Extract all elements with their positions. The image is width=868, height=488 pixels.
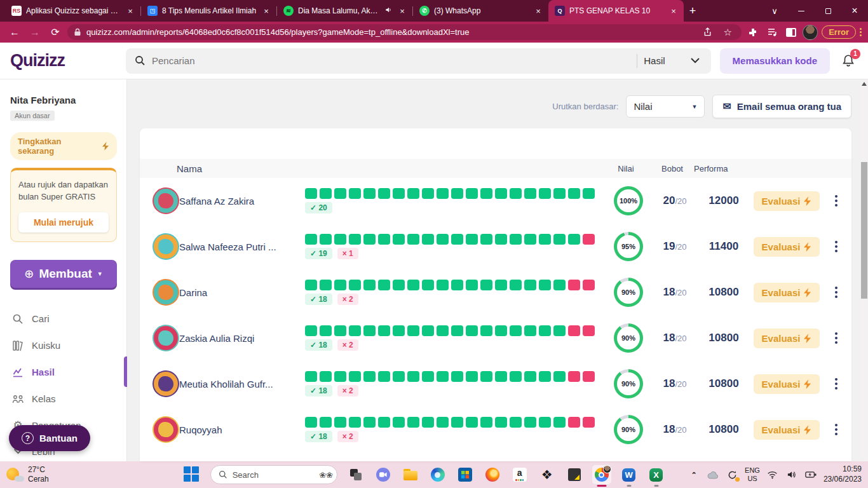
firefox-icon[interactable] — [483, 465, 502, 484]
enter-code-button[interactable]: Memasukkan kode — [720, 48, 830, 74]
sidebar-item-kelas[interactable]: Kelas — [10, 386, 118, 412]
player-avatar[interactable] — [153, 187, 179, 214]
tab-close-icon[interactable]: × — [533, 6, 543, 16]
amazon-icon[interactable]: a — [510, 465, 529, 484]
row-menu-kebab-icon[interactable] — [835, 424, 837, 435]
player-avatar[interactable] — [153, 370, 179, 397]
player-name[interactable]: Saffana Az Zakira — [179, 196, 305, 207]
player-avatar[interactable] — [153, 233, 179, 260]
address-bar[interactable]: quizizz.com/admin/reports/64068ed0c6cf8c… — [67, 24, 742, 40]
chat-icon[interactable] — [374, 465, 393, 484]
minimize-button[interactable] — [788, 0, 815, 22]
scrollbar-thumb[interactable] — [861, 162, 867, 299]
browser-tab[interactable]: ≋Dia Masa Lalumu, Aku M× — [277, 0, 412, 22]
tab-audio-icon[interactable] — [385, 6, 393, 15]
help-button[interactable]: ? Bantuan — [9, 425, 90, 451]
incorrect-block — [568, 417, 580, 428]
battery-charging-icon[interactable] — [804, 468, 817, 481]
restore-button[interactable] — [815, 0, 841, 22]
tab-close-icon[interactable]: × — [261, 6, 271, 16]
tab-close-icon[interactable]: × — [668, 6, 679, 16]
playlist-icon[interactable] — [764, 25, 780, 40]
email-parents-button[interactable]: ✉ Email semua orang tua — [712, 95, 851, 118]
player-name[interactable]: Ruqoyyah — [179, 424, 305, 435]
back-button[interactable]: ← — [6, 24, 23, 41]
player-name[interactable]: Meutia Kholilah Gufr... — [179, 379, 305, 390]
start-button[interactable] — [184, 466, 200, 483]
file-explorer-icon[interactable] — [401, 465, 420, 484]
sidebar-item-kuisku[interactable]: Kuisku — [10, 332, 118, 359]
search-input[interactable] — [152, 55, 630, 66]
sync-update-icon[interactable] — [726, 468, 738, 481]
player-avatar[interactable] — [153, 416, 179, 443]
evaluate-button[interactable]: Evaluasi — [754, 237, 820, 257]
player-avatar[interactable] — [153, 279, 179, 306]
weather-widget[interactable]: 27°C Cerah — [6, 465, 49, 484]
tab-close-icon[interactable]: × — [397, 6, 407, 16]
browser-tab[interactable]: QPTS GENAP KELAS 10× — [548, 0, 684, 22]
sidebar-item-hasil[interactable]: Hasil — [10, 359, 118, 386]
upgrade-button[interactable]: Tingkatkan sekarang — [10, 132, 117, 160]
browser-tab[interactable]: ✆(3) WhatsApp× — [413, 0, 548, 22]
notes-icon[interactable] — [565, 465, 584, 484]
evaluate-button[interactable]: Evaluasi — [754, 191, 820, 211]
notifications-button[interactable]: 1 — [839, 51, 858, 71]
dropbox-icon[interactable]: ❖ — [538, 465, 557, 484]
browser-tab[interactable]: RSAplikasi Quizizz sebagai Med× — [5, 0, 140, 22]
player-name[interactable]: Darina — [179, 287, 305, 298]
player-name[interactable]: Salwa Nafeeza Putri ... — [179, 241, 305, 252]
sidebar-item-cari[interactable]: Cari — [10, 306, 118, 332]
task-view-icon[interactable] — [346, 465, 365, 484]
clock-widget[interactable]: 10:59 23/06/2023 — [824, 464, 862, 484]
tab-search-chevron-icon[interactable]: ∨ — [761, 0, 788, 22]
hidden-icons-chevron[interactable]: ⌃ — [688, 468, 700, 481]
row-menu-kebab-icon[interactable] — [835, 378, 837, 390]
browser-tab[interactable]: ◳8 Tips Menulis Artikel Ilmiah× — [141, 0, 276, 22]
evaluate-button[interactable]: Evaluasi — [754, 283, 820, 302]
correct-block — [407, 280, 419, 290]
tab-close-icon[interactable]: × — [125, 6, 135, 16]
evaluate-button[interactable]: Evaluasi — [754, 420, 820, 440]
side-panel-icon[interactable] — [783, 25, 799, 40]
row-menu-kebab-icon[interactable] — [835, 287, 837, 298]
profile-avatar[interactable] — [803, 25, 818, 40]
row-menu-kebab-icon[interactable] — [835, 241, 837, 252]
forward-button[interactable]: → — [27, 24, 43, 41]
player-avatar[interactable] — [153, 325, 179, 351]
result-filter-dropdown[interactable]: Hasil — [644, 55, 702, 66]
sort-select[interactable]: Nilai ▼ — [626, 95, 705, 118]
evaluate-button[interactable]: Evaluasi — [754, 374, 820, 394]
language-switcher[interactable]: ENGUS — [745, 466, 760, 483]
create-button[interactable]: ⊕ Membuat ▼ — [10, 260, 117, 288]
new-tab-button[interactable]: + — [684, 2, 702, 20]
taskbar-search[interactable]: Search ❀❀ — [210, 465, 337, 484]
evaluate-button[interactable]: Evaluasi — [754, 329, 820, 348]
row-menu-kebab-icon[interactable] — [835, 195, 837, 207]
bookmark-star-icon[interactable]: ☆ — [720, 25, 735, 40]
word-icon[interactable]: W — [620, 465, 639, 484]
wifi-icon[interactable] — [766, 468, 779, 481]
scroll-up-arrow[interactable] — [862, 82, 867, 86]
chrome-icon[interactable] — [592, 465, 611, 484]
browser-tabstrip: RSAplikasi Quizizz sebagai Med×◳8 Tips M… — [0, 0, 868, 22]
excel-icon[interactable]: X — [647, 465, 666, 484]
browser-menu-kebab-icon[interactable] — [860, 28, 862, 36]
volume-icon[interactable] — [785, 468, 798, 481]
table-row: Saffana Az Zakira✓ 20100%20/2012000Evalu… — [140, 178, 851, 224]
row-menu-kebab-icon[interactable] — [835, 332, 837, 344]
error-button[interactable]: Error — [822, 25, 856, 39]
url-text[interactable]: quizizz.com/admin/reports/64068ed0c6cf8c… — [86, 27, 695, 37]
start-referring-button[interactable]: Mulai merujuk — [18, 212, 109, 233]
player-name[interactable]: Zaskia Aulia Rizqi — [179, 333, 305, 344]
search-bar[interactable]: Hasil — [126, 48, 711, 74]
reload-button[interactable]: ⟳ — [47, 24, 64, 41]
share-icon[interactable] — [700, 25, 715, 40]
quizizz-logo[interactable]: Quizizz — [10, 51, 117, 71]
edge-icon[interactable] — [428, 465, 447, 484]
page-scrollbar[interactable] — [860, 79, 868, 461]
correct-count-badge: ✓ 18 — [305, 294, 332, 305]
onedrive-cloud-icon[interactable] — [707, 468, 719, 481]
close-window-button[interactable]: × — [841, 0, 868, 22]
extensions-icon[interactable] — [745, 25, 761, 40]
store-icon[interactable] — [456, 465, 475, 484]
